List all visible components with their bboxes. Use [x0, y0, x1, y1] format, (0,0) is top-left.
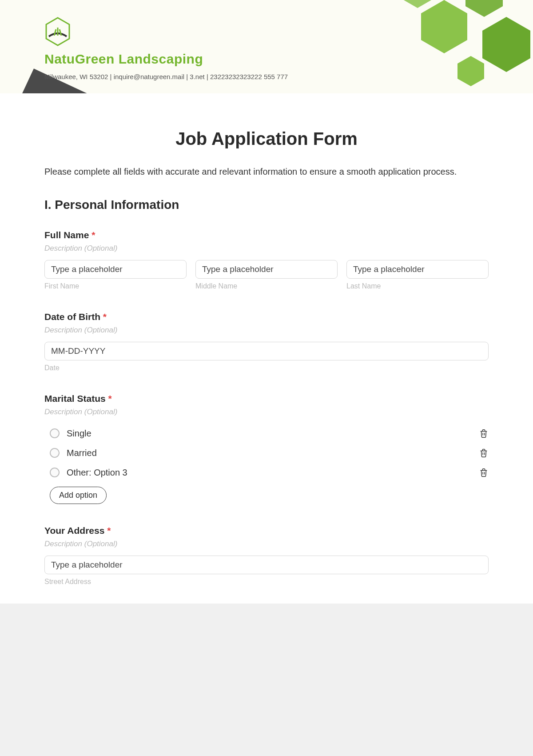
page-title: Job Application Form [44, 129, 489, 149]
dob-label: Date of Birth * [44, 312, 489, 322]
address-label: Your Address * [44, 525, 489, 536]
marital-label: Marital Status * [44, 393, 489, 404]
radio-other[interactable] [50, 468, 60, 477]
first-name-input[interactable]: Type a placeholder [44, 260, 187, 279]
last-name-input[interactable]: Type a placeholder [346, 260, 489, 279]
dob-desc[interactable]: Description (Optional) [44, 326, 489, 335]
radio-married-label[interactable]: Married [67, 448, 97, 458]
middle-name-input[interactable]: Type a placeholder [195, 260, 338, 279]
first-name-sublabel: First Name [44, 282, 187, 290]
add-option-button[interactable]: Add option [50, 487, 107, 504]
field-full-name: Full Name * Description (Optional) Type … [44, 230, 489, 290]
street-address-sublabel: Street Address [44, 578, 489, 586]
trash-icon[interactable] [479, 467, 489, 478]
street-address-input[interactable]: Type a placeholder [44, 556, 489, 574]
svg-marker-4 [403, 0, 432, 8]
radio-single-label[interactable]: Single [67, 428, 91, 439]
brand-contact: Milwaukee, WI 53202 | inquire@natugreen.… [44, 73, 288, 80]
brand-name: NatuGreen Landscaping [44, 52, 288, 67]
dob-sublabel: Date [44, 364, 489, 372]
decorative-hex-graphic [329, 0, 533, 93]
radio-row-other: Other: Option 3 [50, 463, 489, 482]
radio-single[interactable] [50, 428, 60, 438]
field-marital: Marital Status * Description (Optional) … [44, 393, 489, 504]
svg-marker-5 [482, 17, 530, 72]
last-name-sublabel: Last Name [346, 282, 489, 290]
field-dob: Date of Birth * Description (Optional) M… [44, 312, 489, 372]
address-desc[interactable]: Description (Optional) [44, 540, 489, 548]
full-name-label: Full Name * [44, 230, 489, 240]
svg-marker-6 [457, 56, 484, 86]
intro-text: Please complete all fields with accurate… [44, 164, 489, 179]
full-name-desc[interactable]: Description (Optional) [44, 244, 489, 253]
middle-name-sublabel: Middle Name [195, 282, 338, 290]
radio-other-label[interactable]: Other: Option 3 [67, 468, 127, 478]
section-heading-personal: I. Personal Information [44, 198, 489, 212]
radio-row-married: Married [50, 443, 489, 463]
letterhead: NatuGreen Landscaping Milwaukee, WI 5320… [0, 0, 533, 93]
dob-input[interactable]: MM-DD-YYYY [44, 342, 489, 360]
marital-desc[interactable]: Description (Optional) [44, 408, 489, 416]
svg-marker-3 [465, 0, 503, 17]
radio-row-single: Single [50, 424, 489, 443]
radio-married[interactable] [50, 448, 60, 458]
trash-icon[interactable] [479, 428, 489, 439]
svg-marker-2 [421, 0, 467, 53]
brand-logo-icon [44, 17, 71, 46]
field-address: Your Address * Description (Optional) Ty… [44, 525, 489, 586]
trash-icon[interactable] [479, 448, 489, 458]
